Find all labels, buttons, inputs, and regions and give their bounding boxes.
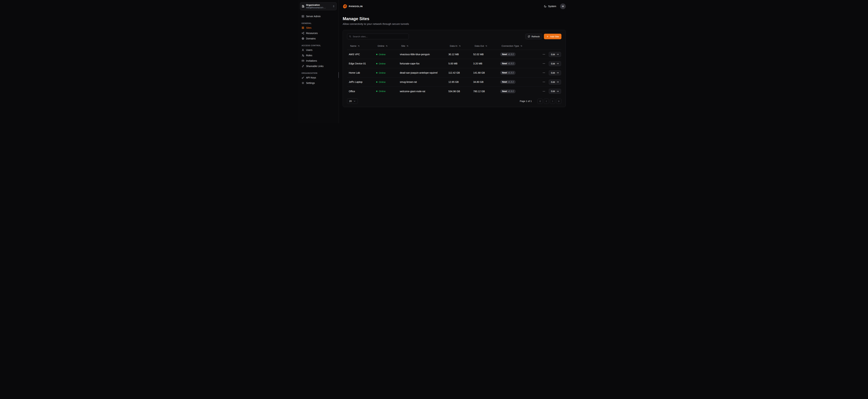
edit-label: Edit — [551, 62, 555, 65]
sidebar: Organization milo@fossorial.io's ... Ser… — [298, 0, 339, 123]
sidebar-item-shareable-links[interactable]: Shareable Links — [300, 64, 337, 69]
edit-button[interactable]: Edit — [549, 70, 561, 75]
ellipsis-icon — [542, 71, 545, 74]
sort-icon — [520, 45, 523, 47]
key-icon — [302, 76, 304, 79]
edit-button[interactable]: Edit — [549, 89, 561, 94]
connection-version: v1.3.2 — [508, 90, 514, 93]
data-in-value: 30.12 MB — [447, 53, 471, 56]
data-in-value: 12.65 GB — [447, 81, 471, 83]
sidebar-item-sites[interactable]: Sites — [300, 25, 337, 30]
user-icon — [302, 49, 304, 52]
ellipsis-icon — [542, 62, 545, 65]
sidebar-item-users[interactable]: Users — [300, 48, 337, 53]
organization-selector[interactable]: Organization milo@fossorial.io's ... — [300, 2, 337, 10]
refresh-button[interactable]: Refresh — [525, 34, 542, 39]
app-window: Organization milo@fossorial.io's ... Ser… — [298, 0, 570, 123]
column-header-data-out[interactable]: Data Out — [471, 44, 498, 47]
organization-selector-text: Organization milo@fossorial.io's ... — [306, 4, 331, 9]
arrow-right-icon — [556, 81, 559, 83]
status-dot-icon — [376, 54, 377, 55]
data-in-value: 112.42 GB — [447, 71, 471, 74]
page-size-select[interactable]: 20 — [347, 98, 358, 104]
page-title: Manage Sites — [343, 16, 566, 21]
search-input[interactable] — [353, 35, 407, 38]
sidebar-item-label: Resources — [306, 32, 318, 35]
data-in-value: 5.00 MB — [447, 62, 471, 65]
site-id: fortunate-cape-fox — [398, 62, 447, 65]
page-subtitle: Allow connectivity to your network throu… — [343, 22, 566, 25]
connection-type-badge: Newtv1.3.2 — [500, 89, 516, 93]
edit-button[interactable]: Edit — [549, 61, 561, 66]
row-actions: Edit — [538, 80, 561, 85]
online-status: Online — [374, 90, 398, 93]
sidebar-item-api-keys[interactable]: API Keys — [300, 75, 337, 80]
sidebar-section-label: GENERAL — [302, 22, 335, 24]
site-id: welcome-giant-mole-rat — [398, 90, 447, 93]
data-out-value: 52.02 MB — [471, 53, 498, 56]
ellipsis-icon — [542, 90, 545, 93]
online-status: Online — [374, 71, 398, 74]
data-out-value: 3.20 MB — [471, 62, 498, 65]
connection-version: v1.3.2 — [508, 81, 514, 83]
organization-selector-title: Organization — [306, 4, 331, 6]
status-dot-icon — [376, 82, 377, 83]
brand-logo[interactable]: PANGOLIN — [343, 4, 363, 9]
column-header-data-in[interactable]: Data In — [447, 44, 471, 47]
sidebar-item-roles[interactable]: Roles — [300, 53, 337, 58]
edit-button[interactable]: Edit — [549, 52, 561, 57]
column-header-label: Data In — [450, 44, 458, 47]
user-avatar[interactable]: M — [560, 3, 566, 9]
site-id: dead-san-joaquin-antelope-squirrel — [398, 71, 447, 74]
resources-icon — [302, 32, 304, 35]
data-out-value: 34.80 GB — [471, 81, 498, 83]
row-actions: Edit — [538, 89, 561, 94]
last-page-button[interactable] — [556, 99, 561, 104]
site-name: Office — [347, 90, 374, 93]
gear-icon — [302, 82, 304, 84]
row-menu-button[interactable] — [542, 89, 546, 93]
connection-client: Newt — [502, 71, 507, 74]
table-footer: 20 Page 1 of 1 — [347, 98, 561, 104]
next-page-button[interactable] — [550, 99, 555, 104]
page-info: Page 1 of 1 — [520, 100, 532, 102]
column-header-label: Name — [350, 44, 356, 47]
previous-page-button[interactable] — [544, 99, 549, 104]
first-page-button[interactable] — [537, 99, 543, 104]
row-menu-button[interactable] — [542, 80, 546, 84]
online-status: Online — [374, 53, 398, 56]
row-menu-button[interactable] — [542, 71, 546, 75]
column-header-site[interactable]: Site — [398, 44, 447, 47]
sites-card: Refresh Add Site NameOnlineSiteData InDa… — [343, 30, 566, 107]
sidebar-item-server-admin[interactable]: Server Admin — [300, 14, 337, 19]
connection-version: v1.3.2 — [508, 71, 514, 74]
edit-label: Edit — [551, 81, 555, 83]
row-menu-button[interactable] — [542, 62, 546, 65]
sort-icon — [459, 45, 461, 47]
sidebar-item-resources[interactable]: Resources — [300, 31, 337, 36]
row-menu-button[interactable] — [542, 53, 546, 56]
table-row: AWS VPCOnlinevivacious-little-blue-pengu… — [347, 50, 561, 59]
toolbar-actions: Refresh Add Site — [525, 34, 561, 39]
column-header-label: Data Out — [475, 44, 484, 47]
main-area: PANGOLIN System M Manage Sites Allow con… — [339, 0, 570, 123]
table-header-row: NameOnlineSiteData InData OutConnection … — [347, 42, 561, 50]
status-dot-icon — [376, 91, 377, 92]
table-row: OfficeOnlinewelcome-giant-mole-rat534.98… — [347, 87, 561, 96]
table-row: Jeff's LaptopOnlinesmug-brown-rat12.65 G… — [347, 78, 561, 87]
sidebar-scrollbar[interactable] — [338, 72, 339, 78]
connection-version: v1.3.2 — [508, 53, 514, 56]
sidebar-item-settings[interactable]: Settings — [300, 81, 337, 86]
column-header-online[interactable]: Online — [374, 44, 398, 47]
theme-toggle-button[interactable]: System — [544, 5, 556, 8]
top-bar: PANGOLIN System M — [339, 0, 570, 12]
organization-selector-subtitle: milo@fossorial.io's ... — [306, 6, 331, 9]
edit-button[interactable]: Edit — [549, 80, 561, 85]
sidebar-item-domains[interactable]: Domains — [300, 36, 337, 41]
column-header-connection-type[interactable]: Connection Type — [498, 44, 538, 47]
sidebar-item-invitations[interactable]: Invitations — [300, 58, 337, 63]
add-site-button[interactable]: Add Site — [544, 34, 561, 39]
column-header-name[interactable]: Name — [347, 44, 374, 47]
arrow-right-icon — [556, 53, 559, 56]
building-icon — [302, 5, 305, 8]
